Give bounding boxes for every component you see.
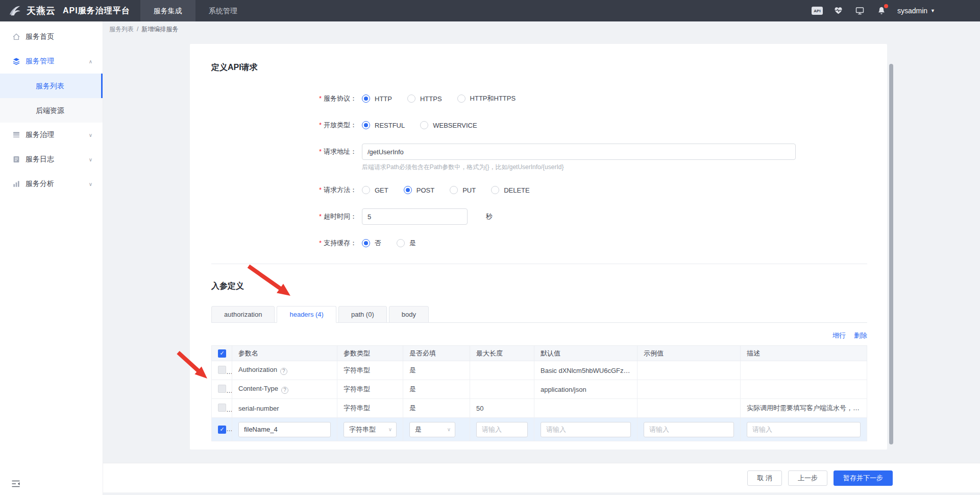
delete-link[interactable]: 删除 <box>854 331 867 340</box>
section-divider <box>211 264 867 264</box>
cancel-button[interactable]: 取 消 <box>747 470 782 486</box>
help-icon[interactable]: ? <box>281 387 288 394</box>
timeout-input[interactable] <box>362 208 468 225</box>
tab-authorization[interactable]: authorization <box>211 306 275 323</box>
field-label: 支持缓存： <box>324 239 357 247</box>
top-navbar: 天燕云 API服务治理平台 服务集成 系统管理 API sysadmin ▼ <box>0 0 980 21</box>
radio-method-post[interactable]: POST <box>404 186 434 194</box>
field-label: 请求地址： <box>324 148 357 155</box>
sidebar-item-service-governance[interactable]: 服务治理 ∨ <box>0 123 103 147</box>
radio-protocol-https[interactable]: HTTPS <box>407 95 442 103</box>
sidebar-item-service-list[interactable]: 服务列表 <box>0 74 103 98</box>
form-row-open-type: *开放类型： RESTFUL WEBSERVICE <box>211 117 867 133</box>
form-row-cache: *支持缓存： 否 是 <box>211 235 867 251</box>
topnav-system-management[interactable]: 系统管理 <box>195 0 251 21</box>
table-actions: 增行 删除 <box>211 331 867 340</box>
row-checkbox[interactable] <box>218 385 226 393</box>
sidebar-item-backend-resources[interactable]: 后端资源 <box>0 98 103 123</box>
radio-method-delete[interactable]: DELETE <box>491 186 530 194</box>
vertical-scrollbar-thumb[interactable] <box>889 64 893 444</box>
param-max-length-input[interactable] <box>476 422 528 437</box>
user-menu[interactable]: sysadmin ▼ <box>897 7 935 15</box>
col-header-default: 默认值 <box>534 346 638 361</box>
sidebar-item-service-analysis[interactable]: 服务分析 ∨ <box>0 172 103 196</box>
tab-path[interactable]: path (0) <box>338 306 387 323</box>
sidebar-item-service-logs[interactable]: 服务日志 ∨ <box>0 147 103 172</box>
navbar-right: API sysadmin ▼ <box>812 5 980 16</box>
save-and-next-button[interactable]: 暂存并下一步 <box>834 470 893 486</box>
radio-cache-no[interactable]: 否 <box>362 239 381 248</box>
server-icon <box>12 131 20 139</box>
row-checkbox[interactable] <box>218 366 226 374</box>
param-default <box>534 399 638 418</box>
param-description-input[interactable] <box>747 422 861 437</box>
param-example-input[interactable] <box>644 422 734 437</box>
chevron-down-icon: ∨ <box>89 181 92 187</box>
radio-method-get[interactable]: GET <box>362 186 388 194</box>
monitor-screen-icon[interactable] <box>854 5 866 16</box>
sidebar-item-service-home[interactable]: 服务首页 <box>0 25 103 49</box>
menu-fold-icon[interactable] <box>11 480 20 488</box>
param-example <box>638 361 741 380</box>
col-header-max-length: 最大长度 <box>470 346 534 361</box>
form-card: 定义API请求 *服务协议： HTTP HTTPS HTTP和HTTPS *开放… <box>190 44 887 450</box>
health-heartbeat-icon[interactable] <box>833 5 844 16</box>
radio-open-type-webservice[interactable]: WEBSERVICE <box>420 121 477 129</box>
request-path-input[interactable] <box>362 144 796 160</box>
add-row-link[interactable]: 增行 <box>832 331 846 340</box>
section-title-input-params: 入参定义 <box>211 281 867 292</box>
top-menu: 服务集成 系统管理 <box>140 0 251 21</box>
required-mark: * <box>319 148 322 155</box>
help-icon[interactable]: ? <box>280 368 287 375</box>
brand-name: 天燕云 <box>27 5 56 17</box>
param-max-length: 50 <box>470 399 534 418</box>
radio-protocol-http-and-https[interactable]: HTTP和HTTPS <box>457 94 516 103</box>
param-default: application/json <box>534 380 638 399</box>
radio-cache-yes[interactable]: 是 <box>397 239 416 248</box>
col-header-description: 描述 <box>741 346 867 361</box>
sidebar-item-service-management[interactable]: 服务管理 ∧ <box>0 49 103 74</box>
radio-method-put[interactable]: PUT <box>450 186 476 194</box>
required-mark: * <box>319 121 322 129</box>
chevron-down-icon: ∨ <box>89 157 92 162</box>
breadcrumb-parent-link[interactable]: 服务列表 <box>109 25 134 34</box>
table-row: serial-number 字符串型 是 50 实际调用时需要填写客户端流水号，… <box>212 399 867 418</box>
param-max-length <box>470 361 534 380</box>
param-name-input[interactable] <box>238 422 331 437</box>
previous-step-button[interactable]: 上一步 <box>788 470 827 486</box>
radio-open-type-restful[interactable]: RESTFUL <box>362 121 405 129</box>
tab-body[interactable]: body <box>389 306 429 323</box>
product-name: API服务治理平台 <box>63 6 130 16</box>
param-name: Authorization <box>238 366 277 373</box>
table-header-row: ✓ 参数名 参数类型 是否必填 最大长度 默认值 示例值 描述 <box>212 346 867 361</box>
required-mark: * <box>319 213 322 220</box>
radio-icon <box>450 186 458 194</box>
bar-chart-icon <box>12 180 20 188</box>
request-path-hint: 后端请求Path必须包含在Path参数中，格式为{}，比如/getUserInf… <box>362 163 796 172</box>
param-required-select[interactable]: 是 ∨ <box>409 422 455 437</box>
param-table: ✓ 参数名 参数类型 是否必填 最大长度 默认值 示例值 描述 <box>211 345 867 441</box>
radio-protocol-http[interactable]: HTTP <box>362 95 392 103</box>
chevron-down-icon: ∨ <box>388 427 392 432</box>
main-content: 服务列表 / 新增编排服务 定义API请求 *服务协议： HTTP HTTPS … <box>103 21 980 495</box>
param-example <box>638 399 741 418</box>
select-all-checkbox[interactable]: ✓ <box>218 349 226 358</box>
row-checkbox[interactable] <box>218 404 226 412</box>
param-type-select[interactable]: 字符串型 ∨ <box>344 422 397 437</box>
sidebar: 服务首页 服务管理 ∧ 服务列表 后端资源 服务治理 ∨ 服务日志 ∨ <box>0 21 103 495</box>
brand: 天燕云 API服务治理平台 <box>0 4 140 17</box>
tab-headers[interactable]: headers (4) <box>277 306 336 323</box>
chevron-down-icon: ∨ <box>447 427 451 432</box>
notification-bell-icon[interactable] <box>876 5 887 16</box>
param-default: Basic dXNlcm5hbWU6cGFzc3dvc... <box>534 361 638 380</box>
row-checkbox[interactable]: ✓ <box>218 426 226 434</box>
param-default-input[interactable] <box>541 422 631 437</box>
timeout-unit: 秒 <box>486 212 493 221</box>
col-header-param-type: 参数类型 <box>337 346 403 361</box>
api-docs-icon[interactable]: API <box>812 5 823 16</box>
table-edit-row: ✓ 字符串型 ∨ 是 ∨ <box>212 418 867 441</box>
chevron-down-icon: ∨ <box>89 132 92 138</box>
chevron-up-icon: ∧ <box>89 59 92 64</box>
topnav-service-integration[interactable]: 服务集成 <box>140 0 195 21</box>
sidebar-item-label: 服务管理 <box>26 57 54 66</box>
